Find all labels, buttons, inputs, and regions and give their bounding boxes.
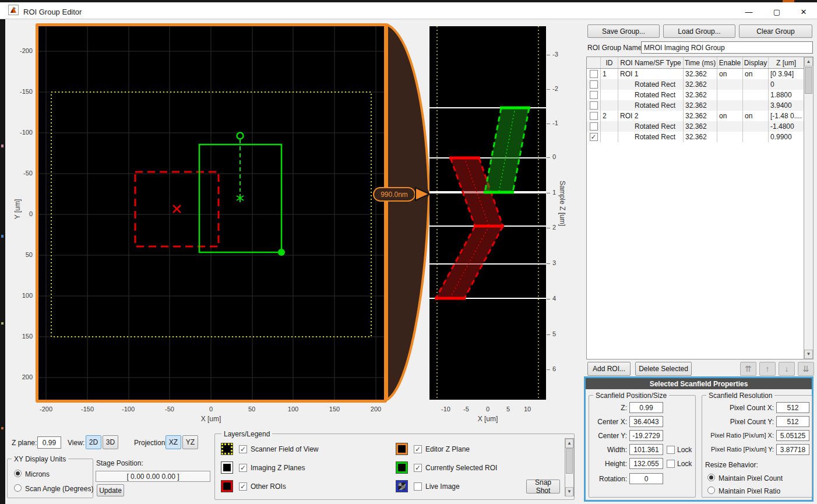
live-image-checkbox[interactable]: ✓ xyxy=(414,482,422,491)
editor-zplane-arrow-icon xyxy=(414,185,431,203)
xy-ytick: 0 xyxy=(8,210,33,217)
roi-table[interactable]: ID ROI Name/SF Type Time (ms) Enable Dis… xyxy=(586,57,804,360)
rotation-label: Rotation: xyxy=(589,475,627,483)
pixel-ratio-y-input[interactable]: 3.87718 xyxy=(776,444,809,455)
z-axis-tick xyxy=(547,124,550,124)
z-x-axis-label: X [um] xyxy=(470,415,505,423)
selected-roi-rect[interactable] xyxy=(199,133,285,256)
other-roi-rect[interactable] xyxy=(135,172,219,246)
maintain-pixel-count-radio[interactable] xyxy=(707,474,715,481)
table-row[interactable]: ✓ Rotated Rect 32.362 0.9900 xyxy=(587,132,804,142)
width-lock-checkbox[interactable]: ✓ xyxy=(667,446,675,454)
rotation-handle[interactable] xyxy=(237,133,244,139)
xy-xtick: -100 xyxy=(115,406,141,413)
height-input[interactable]: 132.055 xyxy=(629,458,663,469)
table-scrollbar[interactable]: ▲ ▼ xyxy=(804,57,814,360)
xy-ytick: 200 xyxy=(8,373,33,380)
z-axis-tick xyxy=(547,334,550,335)
col-id: ID xyxy=(601,57,618,68)
z-input[interactable]: 0.99 xyxy=(629,402,663,413)
load-group-button[interactable]: Load Group... xyxy=(663,24,735,38)
scroll-down-icon[interactable]: ▼ xyxy=(565,487,573,496)
center-x-input[interactable]: 36.4043 xyxy=(629,416,663,427)
view-2d-button[interactable]: 2D xyxy=(86,435,101,449)
maintain-pixel-ratio-radio[interactable] xyxy=(707,487,715,494)
move-bottom-button[interactable]: ⇊ xyxy=(798,362,814,376)
projection-yz-button[interactable]: YZ xyxy=(182,435,198,449)
scrollbar-thumb[interactable] xyxy=(805,67,812,94)
scan-angle-radio[interactable] xyxy=(14,484,22,492)
roi-group-name-input[interactable]: MROI Imaging ROI Group xyxy=(641,41,813,54)
microns-label: Microns xyxy=(25,470,50,478)
z-axis-tick xyxy=(547,89,550,90)
editor-z-plane-label: Editor Z Plane xyxy=(425,445,470,453)
table-row[interactable]: ✓ 2 ROI 2 32.362 on on [-1.48 0.... xyxy=(587,111,804,121)
z-ztick: -3 xyxy=(552,51,568,58)
window-title: ROI Group Editor xyxy=(23,8,82,16)
xy-xtick: 0 xyxy=(198,406,224,413)
microns-radio[interactable] xyxy=(14,470,22,477)
xy-x-axis-label: X [um] xyxy=(193,415,228,423)
move-down-button[interactable]: ↓ xyxy=(779,362,795,376)
pixel-ratio-x-input[interactable]: 5.05125 xyxy=(776,430,809,441)
z-xtick: 5 xyxy=(499,406,517,413)
other-roi-center-marker xyxy=(173,205,181,213)
close-button[interactable]: ✕ xyxy=(794,6,814,19)
delete-selected-button[interactable]: Delete Selected xyxy=(635,362,692,376)
row-checkbox[interactable]: ✓ xyxy=(590,70,598,78)
scroll-up-icon[interactable]: ▲ xyxy=(804,57,813,66)
z-plane-input[interactable]: 0.99 xyxy=(37,436,61,449)
scrollbar-thumb[interactable] xyxy=(566,448,573,474)
table-row[interactable]: ✓ Rotated Rect 32.362 3.9400 xyxy=(587,100,804,111)
imaging-z-planes-checkbox[interactable]: ✓ xyxy=(239,464,247,472)
selected-roi-z-shape[interactable] xyxy=(484,108,530,192)
clear-group-button[interactable]: Clear Group xyxy=(739,24,812,38)
height-lock-checkbox[interactable]: ✓ xyxy=(667,460,675,468)
minimize-button[interactable]: — xyxy=(739,6,759,19)
pixel-count-y-label: Pixel Count Y: xyxy=(703,418,774,426)
editor-z-plane-checkbox[interactable]: ✓ xyxy=(414,445,422,453)
center-y-input[interactable]: -19.2729 xyxy=(629,430,663,441)
table-header-row: ID ROI Name/SF Type Time (ms) Enable Dis… xyxy=(587,57,804,69)
scanner-fov-checkbox[interactable]: ✓ xyxy=(239,445,247,453)
scroll-down-icon[interactable]: ▼ xyxy=(804,350,813,359)
move-up-button[interactable]: ↑ xyxy=(759,362,776,376)
pixel-count-x-input[interactable]: 512 xyxy=(776,402,809,413)
currently-selected-roi-checkbox[interactable]: ✓ xyxy=(414,464,422,472)
row-checkbox[interactable]: ✓ xyxy=(590,122,598,131)
imaging-z-planes-icon xyxy=(221,462,233,473)
z-xtick: -5 xyxy=(457,406,475,413)
maximize-button[interactable]: ▢ xyxy=(767,6,787,19)
z-ztick: 3 xyxy=(552,259,568,266)
table-row[interactable]: ✓ Rotated Rect 32.362 1.8800 xyxy=(587,90,804,100)
other-rois-checkbox[interactable]: ✓ xyxy=(239,482,247,491)
legend-scrollbar[interactable]: ▲ ▼ xyxy=(565,438,574,496)
add-roi-button[interactable]: Add ROI... xyxy=(587,362,631,376)
table-row[interactable]: ✓ Rotated Rect 32.362 0 xyxy=(587,79,804,90)
table-row[interactable]: ✓ Rotated Rect 32.362 -1.4800 xyxy=(587,121,804,132)
update-button[interactable]: Update xyxy=(97,484,124,496)
xy-display-units-label: XY Display Units xyxy=(12,455,68,463)
row-checkbox[interactable]: ✓ xyxy=(590,101,598,110)
z-xtick: -10 xyxy=(437,406,455,413)
xy-plot[interactable] xyxy=(36,23,387,403)
projection-xz-button[interactable]: XZ xyxy=(165,435,181,449)
row-checkbox[interactable]: ✓ xyxy=(590,80,598,89)
snap-shot-button[interactable]: Snap Shot xyxy=(526,480,560,494)
view-3d-button[interactable]: 3D xyxy=(103,435,118,449)
z-axis-tick xyxy=(547,369,550,370)
move-top-button[interactable]: ⇈ xyxy=(740,362,756,376)
z-plot[interactable] xyxy=(429,26,546,400)
resize-handle[interactable] xyxy=(278,249,285,256)
scroll-up-icon[interactable]: ▲ xyxy=(565,439,573,448)
roi-group-editor-window: ROI Group Editor — ▢ ✕ Y [um] -200 -150 … xyxy=(0,0,817,504)
width-input[interactable]: 101.361 xyxy=(629,444,663,455)
pixel-count-y-input[interactable]: 512 xyxy=(776,416,809,427)
table-row[interactable]: ✓ 1 ROI 1 32.362 on on [0 3.94] xyxy=(587,69,804,79)
row-checkbox[interactable]: ✓ xyxy=(590,133,598,141)
row-checkbox[interactable]: ✓ xyxy=(590,112,598,120)
z-ztick: 4 xyxy=(552,295,568,302)
rotation-input[interactable]: 0 xyxy=(629,473,663,484)
row-checkbox[interactable]: ✓ xyxy=(590,91,598,99)
save-group-button[interactable]: Save Group... xyxy=(587,24,660,38)
